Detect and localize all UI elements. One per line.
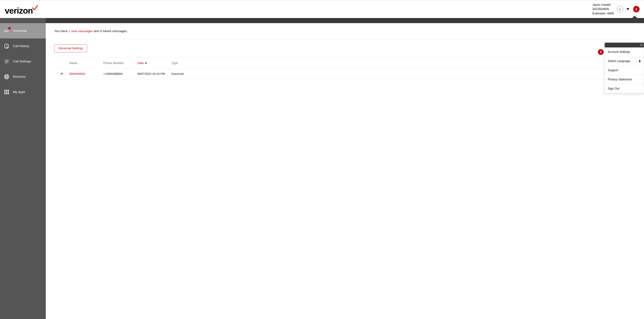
table-row[interactable]: 4806468600 +14806468600 09/07/2021 06:15… [54,69,636,79]
sidebar-item-directory[interactable]: Directory [0,69,46,84]
app-layout: 1 Voicemail Call History [0,23,644,319]
sidebar-item-label: Call History [13,44,30,48]
svg-rect-21 [8,92,9,93]
sidebar-item-my-apps[interactable]: My Apps [0,84,46,100]
voicemail-settings-button[interactable]: Voicemail Settings [54,44,87,52]
user-info: Jason Cantell 3012504409 Extension: 4409 [592,3,614,16]
menu-item-select-language[interactable]: Select Language [605,56,644,66]
brand-logo: verizon [5,3,38,16]
svg-point-4 [6,60,7,62]
call-history-icon [4,43,10,49]
avatar[interactable]: jc [617,6,623,12]
svg-point-1 [7,30,9,32]
column-date[interactable]: Date [137,62,171,65]
table-header-row: Name Phone Number Date Type [54,58,636,69]
menu-item-privacy[interactable]: Privacy Statement [605,75,644,84]
svg-rect-23 [6,93,7,94]
menu-item-support[interactable]: Support [605,66,644,75]
sidebar-item-call-history[interactable]: Call History [0,38,46,54]
popover-caret [632,16,637,18]
row-name[interactable]: 4806468600 [69,72,103,76]
svg-rect-18 [8,90,9,91]
popover-header [605,43,644,48]
svg-rect-24 [8,93,9,94]
svg-line-11 [8,60,8,60]
column-name[interactable]: Name [69,62,103,65]
brand-wordmark: verizon [5,6,33,16]
svg-rect-16 [4,90,6,91]
step-callout-1: 1 [633,6,640,12]
sidebar-item-label: Call Settings [13,60,31,63]
sidebar-item-voicemail[interactable]: 1 Voicemail [0,23,46,38]
new-messages-link[interactable]: 1 new messages [68,29,93,33]
user-block: Jason Cantell 3012504409 Extension: 4409… [592,3,640,16]
row-phone: +14806468600 [103,72,137,76]
column-type[interactable]: Type [171,62,636,65]
avatar-initials: jc [619,8,621,11]
verizon-check-icon [32,3,38,12]
sort-desc-icon [145,62,147,65]
account-menu-popover: 2 Account Settings Select Language Suppo… [604,42,644,93]
close-icon[interactable] [640,44,642,46]
voicemail-badge: 1 [8,27,11,30]
gear-icon [4,58,10,64]
main-content: You have 1 new messages and 0 saved mess… [46,23,644,319]
svg-point-0 [4,30,6,32]
voicemail-summary: You have 1 new messages and 0 saved mess… [54,29,636,33]
svg-rect-19 [4,92,6,93]
svg-line-9 [5,60,6,60]
user-phone: 3012504409 [592,7,614,11]
sidebar: 1 Voicemail Call History [0,23,46,319]
sidebar-item-label: Directory [13,75,26,78]
step-callout-2: 2 [598,49,604,55]
row-date: 09/07/2021 06:15 PM [137,72,171,76]
menu-item-account-settings[interactable]: 2 Account Settings [605,48,644,56]
svg-line-12 [5,62,6,63]
svg-rect-17 [6,90,7,91]
menu-item-sign-out[interactable]: Sign Out [605,84,644,93]
voicemail-icon: 1 [4,28,10,34]
subheader-bar [0,18,644,23]
chevron-up-icon[interactable] [60,72,64,76]
account-menu-toggle[interactable] [626,8,630,10]
column-phone[interactable]: Phone Number [103,62,137,65]
sidebar-item-label: My Apps [13,90,25,94]
row-type: Voicemail [171,72,636,76]
svg-rect-22 [4,93,6,94]
voicemail-table: Name Phone Number Date Type [54,58,636,79]
user-extension: Extension: 4409 [592,12,614,16]
user-name: Jason Cantell [592,3,614,7]
sidebar-item-label: Voicemail [13,29,27,33]
apps-grid-icon [4,89,10,95]
header-callout-wrap: 1 [633,6,640,12]
app-header: verizon Jason Cantell 3012504409 Extensi… [0,0,644,18]
globe-icon [4,74,10,80]
svg-line-10 [8,62,8,63]
sidebar-item-call-settings[interactable]: Call Settings [0,54,46,69]
submenu-arrow-icon [639,60,641,62]
svg-rect-20 [6,92,7,93]
